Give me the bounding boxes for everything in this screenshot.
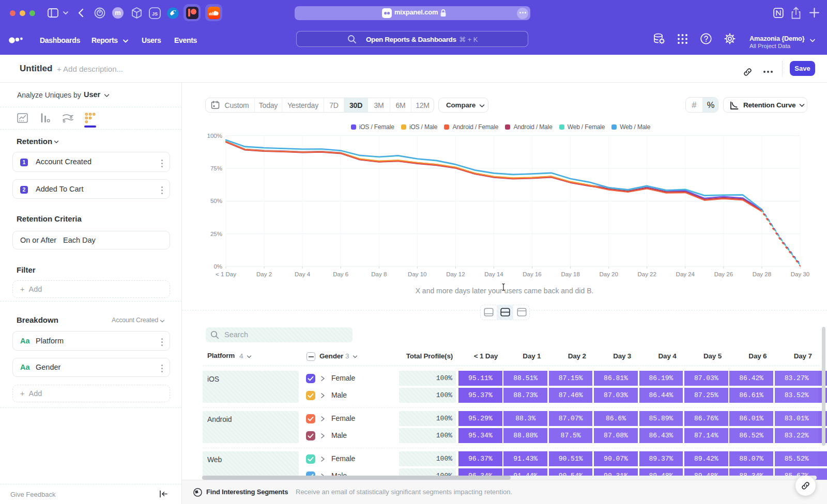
svg-text:JS: JS [152,11,158,17]
svg-text:75%: 75% [210,165,222,171]
svg-text:Day 6: Day 6 [333,271,348,277]
svg-text:Day 28: Day 28 [753,271,771,277]
svg-text:Day 26: Day 26 [714,271,733,277]
svg-text:0%: 0% [213,263,222,270]
svg-text:Day 4: Day 4 [295,271,311,277]
svg-text:Day 10: Day 10 [408,271,426,277]
svg-text:Day 12: Day 12 [446,271,465,277]
svg-text:Day 14: Day 14 [484,271,503,277]
svg-text:< 1 Day: < 1 Day [216,271,236,277]
svg-text:Day 16: Day 16 [523,271,541,277]
svg-text:Day 8: Day 8 [371,271,387,277]
svg-text:100%: 100% [207,133,222,139]
svg-text:Day 18: Day 18 [561,271,579,277]
svg-text:Day 24: Day 24 [676,271,695,277]
svg-text:25%: 25% [210,231,222,237]
svg-text:Day 20: Day 20 [599,271,618,277]
svg-text:Day 22: Day 22 [637,271,656,277]
svg-text:Day 30: Day 30 [791,271,809,277]
svg-text:Day 2: Day 2 [256,271,272,277]
svg-text:50%: 50% [210,198,222,204]
